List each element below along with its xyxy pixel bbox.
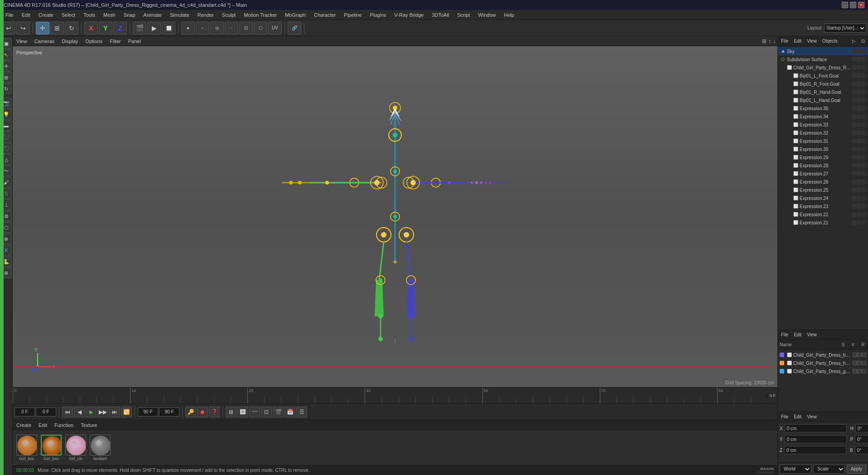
loop-button[interactable]: 🔁	[121, 407, 132, 417]
max-frame-input[interactable]	[159, 407, 179, 417]
menu-item-window[interactable]: Window	[474, 11, 499, 19]
z-pos-field[interactable]	[784, 446, 846, 454]
material-item-3[interactable]: lambert	[90, 435, 111, 461]
objects-menu-obj[interactable]: Objects	[821, 38, 839, 44]
cameras-menu[interactable]: Cameras	[33, 38, 57, 45]
layout-selector[interactable]: Startup [User]...	[824, 24, 866, 33]
menu-item-mesh[interactable]: Mesh	[100, 11, 119, 19]
obj-tree-item[interactable]: ⬜Expression.25	[778, 186, 868, 194]
edit-menu-obj[interactable]: Edit	[792, 38, 803, 44]
question-button[interactable]: ❓	[209, 407, 220, 417]
z-axis-button[interactable]: Z	[113, 22, 127, 34]
obj-icons[interactable]: ⊡	[860, 38, 866, 44]
minimize-button[interactable]: –	[842, 2, 848, 8]
x-axis-button[interactable]: X	[84, 22, 98, 34]
model-mode-button[interactable]: ●	[181, 22, 195, 34]
menu-item-create[interactable]: Create	[35, 11, 57, 19]
3d-viewport[interactable]: Perspective	[13, 46, 777, 387]
obj-tree-item[interactable]: ⬜Expression.30	[778, 145, 868, 153]
end-frame-input[interactable]	[138, 407, 158, 417]
attr-file-menu[interactable]: File	[780, 414, 790, 420]
b-rot-field[interactable]	[855, 446, 868, 454]
h-rot-field[interactable]	[855, 424, 868, 432]
menu-item-motion-tracker[interactable]: Motion Tracker	[240, 11, 280, 19]
current-frame-input[interactable]	[36, 407, 56, 417]
menu-item-3dtoall[interactable]: 3DToAll	[428, 11, 453, 19]
menu-item-character[interactable]: Character	[310, 11, 339, 19]
obj-tree-item[interactable]: ⬜Expression.24	[778, 194, 868, 202]
menu-item-script[interactable]: Script	[453, 11, 473, 19]
motion-path-button[interactable]: 〰	[249, 407, 260, 417]
obj-tree-item[interactable]: ⬜Child_Girl_Party_Dress_Rigged	[778, 63, 868, 72]
panel-menu[interactable]: Panel	[126, 38, 143, 45]
start-frame-input[interactable]	[14, 407, 35, 417]
timeline-ruler[interactable]: 014284256708490	[13, 388, 767, 403]
attr-edit-menu[interactable]: Edit	[792, 414, 803, 420]
obj-tree-item[interactable]: ⬡Subdivision Surface	[778, 55, 868, 63]
poly-mode-button[interactable]: ⬡	[254, 22, 267, 34]
menu-item-v-ray-bridge[interactable]: V-Ray Bridge	[391, 11, 428, 19]
obj-tree-item[interactable]: ⬜Expression.26	[778, 178, 868, 186]
apply-button[interactable]: Apply	[847, 465, 866, 474]
record-button[interactable]: ⏺	[197, 407, 208, 417]
menu-item-plugins[interactable]: Plugins	[366, 11, 390, 19]
snap-keys-button[interactable]: ⊞	[226, 407, 236, 417]
go-to-start-button[interactable]: ⏮	[62, 407, 73, 417]
material-item-1[interactable]: Girl_boc	[41, 435, 62, 461]
move-tool-button[interactable]: ✛	[36, 22, 49, 34]
obj-tree-item[interactable]: ⬜Expression.28	[778, 161, 868, 170]
maximize-button[interactable]: □	[850, 2, 856, 8]
obj-tree-item[interactable]: ⬜Expression.35	[778, 104, 868, 112]
rotate-tool-button[interactable]: ↻	[65, 22, 78, 34]
view-menu-obj[interactable]: View	[805, 38, 818, 44]
y-pos-field[interactable]	[785, 435, 847, 443]
edit-menu[interactable]: Edit	[37, 422, 49, 429]
obj-tree-item[interactable]: ⬜Expression.33	[778, 121, 868, 129]
file-menu-obj2[interactable]: File	[780, 332, 790, 338]
obj-tree-item[interactable]: ⬜Expression.21	[778, 218, 868, 227]
ipr-button[interactable]: 🔲	[162, 22, 175, 34]
redo-button[interactable]: ↪	[16, 22, 30, 34]
undo-button[interactable]: ↩	[2, 22, 15, 34]
menu-item-file[interactable]: File	[2, 11, 17, 19]
obj-bottom-item[interactable]: ⬜Child_Girl_Party_Dress_geometry	[778, 367, 868, 375]
menu-item-simulate[interactable]: Simulate	[166, 11, 193, 19]
menu-item-edit[interactable]: Edit	[18, 11, 34, 19]
render-view-button[interactable]: 🎬	[133, 22, 146, 34]
menu-item-mograph[interactable]: MoGraph	[281, 11, 309, 19]
auto-key-button[interactable]: 🅰	[237, 407, 248, 417]
keyframe-button[interactable]: 🔑	[185, 407, 196, 417]
tags-menu-obj[interactable]: ▷	[851, 38, 857, 44]
obj-tree-item[interactable]: ⬜Expression.29	[778, 153, 868, 161]
function-menu[interactable]: Function	[53, 422, 75, 429]
scene-button[interactable]: 🎬	[273, 407, 284, 417]
obj-tree-item[interactable]: ⬜Bip01_L_Hand.Goal	[778, 96, 868, 104]
obj-tree-item[interactable]: ⬜Expression.32	[778, 129, 868, 137]
point-mode-button[interactable]: ·	[225, 22, 238, 34]
obj-bottom-item[interactable]: ⬜Child_Girl_Party_Dress_bones	[778, 351, 868, 359]
uvw-mode-button[interactable]: UV	[268, 22, 282, 34]
viewport-icon-2[interactable]: ↕	[768, 38, 771, 44]
edit-menu-obj2[interactable]: Edit	[792, 332, 803, 338]
close-button[interactable]: ✕	[858, 2, 864, 8]
options-menu[interactable]: Options	[83, 38, 104, 45]
edge-mode-button[interactable]: ⊡	[239, 22, 253, 34]
obj-tree-item[interactable]: ⬜Expression.31	[778, 137, 868, 145]
render-button[interactable]: ▶	[147, 22, 161, 34]
go-to-end-button[interactable]: ⏭	[109, 407, 120, 417]
snap-button[interactable]: 🔗	[288, 22, 301, 34]
file-menu-obj[interactable]: File	[780, 38, 790, 44]
menu-item-tools[interactable]: Tools	[80, 11, 99, 19]
texture-mode-button[interactable]: ◎	[210, 22, 224, 34]
step-forward-button[interactable]: ▶▶	[97, 407, 108, 417]
obj-tree-item[interactable]: ⬜Expression.22	[778, 210, 868, 218]
obj-tree-item[interactable]: ⬜Bip01_L_Foot.Goal	[778, 72, 868, 80]
obj-tree-item[interactable]: ⬜Bip01_R_Foot.Goal	[778, 80, 868, 88]
material-item-2[interactable]: Girl_clo	[65, 435, 86, 461]
menu-item-snap[interactable]: Snap	[120, 11, 139, 19]
y-axis-button[interactable]: Y	[99, 22, 112, 34]
menu-item-help[interactable]: Help	[501, 11, 518, 19]
timeline-button[interactable]: 📅	[285, 407, 295, 417]
create-menu[interactable]: Create	[14, 422, 33, 429]
viewport-icon-1[interactable]: ⊞	[762, 38, 767, 44]
